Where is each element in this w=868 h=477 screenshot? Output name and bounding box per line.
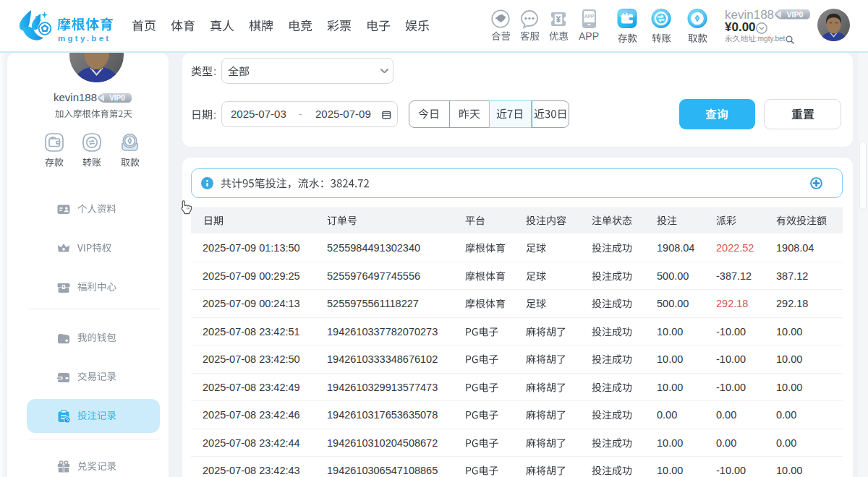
svg-text:VIP0: VIP0 bbox=[787, 10, 804, 19]
svg-text:VIP0: VIP0 bbox=[109, 94, 125, 102]
svg-text:APP: APP bbox=[584, 14, 594, 19]
